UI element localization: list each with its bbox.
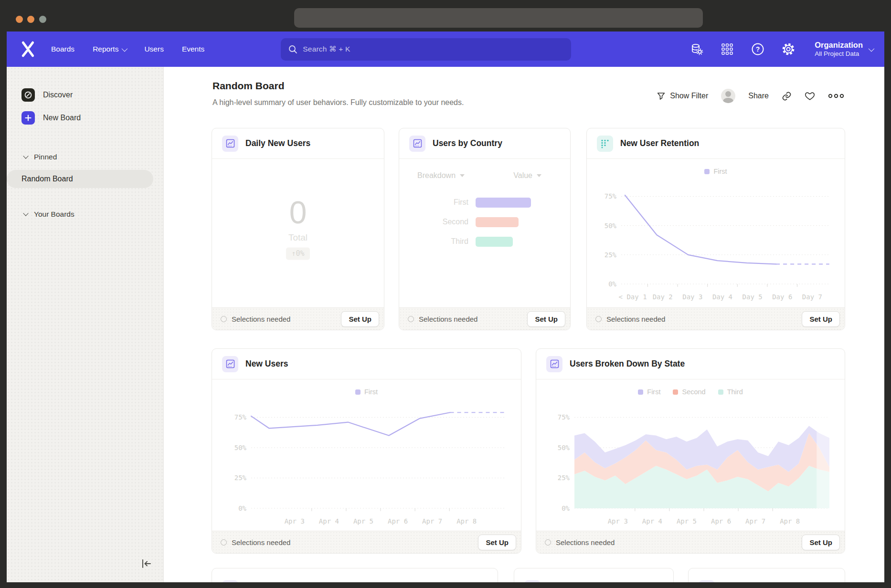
apps-grid-icon[interactable] <box>720 42 734 56</box>
legend-item[interactable]: First <box>355 388 378 396</box>
svg-text:Apr 6: Apr 6 <box>711 517 731 525</box>
mixpanel-logo-icon[interactable] <box>21 41 35 57</box>
avatar[interactable] <box>721 89 735 103</box>
svg-text:Apr 8: Apr 8 <box>456 517 477 525</box>
search-input[interactable]: Search ⌘ + K <box>281 38 571 61</box>
top-nav: Boards Reports Users Events Search ⌘ + K <box>7 32 884 67</box>
nav-right-cluster: ? Organization All Project Data <box>689 40 873 58</box>
breakdown-dropdown[interactable]: Breakdown <box>417 171 465 180</box>
svg-text:Apr 5: Apr 5 <box>677 517 697 525</box>
set-up-button[interactable]: Set Up <box>802 311 840 327</box>
status-ring-icon <box>595 316 602 322</box>
nav-item-label: Reports <box>93 45 118 53</box>
traffic-light-close[interactable] <box>16 16 23 23</box>
card-title: Users by Country <box>433 138 502 148</box>
bar-row: First <box>399 197 570 208</box>
browser-titlebar <box>0 0 891 32</box>
favorite-button[interactable] <box>805 91 815 101</box>
sidebar-section-your-boards[interactable]: Your Boards <box>24 208 163 220</box>
show-filter-button[interactable]: Show Filter <box>657 92 708 101</box>
card-daily-new-users: Daily New Users 0 Total ↑0% Selections n… <box>212 128 384 330</box>
legend-item[interactable]: First <box>704 168 727 175</box>
status-ring-icon <box>221 316 227 322</box>
sidebar-item-discover[interactable]: Discover <box>21 87 163 103</box>
svg-text:?: ? <box>756 45 760 53</box>
svg-text:75%: 75% <box>558 413 570 421</box>
help-icon[interactable]: ? <box>751 42 765 56</box>
legend-item[interactable]: First <box>638 388 660 396</box>
org-project: All Project Data <box>815 50 863 58</box>
sidebar-item-label: Random Board <box>21 175 73 183</box>
svg-text:0%: 0% <box>238 504 246 512</box>
retention-line-chart: 75%50%25%0%< Day 1Day 2Day 3Day 4Day 5Da… <box>594 180 836 303</box>
set-up-button[interactable]: Set Up <box>478 535 516 550</box>
svg-text:Day 7: Day 7 <box>802 293 822 301</box>
bar-label: First <box>399 198 476 207</box>
window-frame <box>0 0 7 588</box>
nav-item-label: Users <box>144 45 163 53</box>
svg-text:Day 5: Day 5 <box>742 293 763 301</box>
sidebar-item-random-board[interactable]: Random Board <box>7 170 153 188</box>
set-up-button[interactable]: Set Up <box>341 311 379 327</box>
sidebar-item-label: Discover <box>43 91 73 99</box>
chevron-down-icon <box>23 210 28 216</box>
show-filter-label: Show Filter <box>670 92 708 100</box>
svg-text:50%: 50% <box>234 444 247 452</box>
share-button[interactable]: Share <box>748 92 769 100</box>
sidebar-item-new-board[interactable]: New Board <box>21 110 163 126</box>
status-text: Selections needed <box>221 538 290 546</box>
card-body: First 75%50%25%0%Apr 3Apr 4Apr 5Apr 6Apr… <box>212 379 521 531</box>
nav-menu: Boards Reports Users Events <box>51 45 204 53</box>
svg-text:Apr 3: Apr 3 <box>285 517 305 525</box>
sidebar-section-pinned[interactable]: Pinned <box>24 151 163 163</box>
bar-label: Second <box>399 218 476 226</box>
nav-item-events[interactable]: Events <box>182 45 204 53</box>
nav-item-boards[interactable]: Boards <box>51 45 74 53</box>
nav-item-label: Events <box>182 45 204 53</box>
svg-text:Day 4: Day 4 <box>712 293 732 301</box>
card-active-users: Active Users <box>688 568 845 582</box>
traffic-light-minimize[interactable] <box>27 16 34 23</box>
org-switcher[interactable]: Organization All Project Data <box>815 40 873 58</box>
plus-icon <box>21 111 35 125</box>
line-chart-icon <box>222 356 238 372</box>
legend-item[interactable]: Second <box>673 388 705 396</box>
more-options-button[interactable] <box>828 93 844 99</box>
card-stacked-line-graph: Stacked Line Graph <box>212 568 498 582</box>
card-new-user-retention: New User Retention First 75%50%25%0%< Da… <box>586 128 845 330</box>
card-body: FirstSecondThird 75%50%25%0%Apr 3Apr 4Ap… <box>536 379 845 531</box>
search-icon <box>288 45 297 54</box>
settings-gear-icon[interactable] <box>781 42 796 56</box>
card-title: Users Broken Down By State <box>570 359 685 369</box>
copy-link-button[interactable] <box>782 91 792 101</box>
card-title: New Users <box>245 359 288 369</box>
sidebar-collapse-button[interactable] <box>138 556 155 571</box>
status-text: Selections needed <box>408 315 477 323</box>
svg-text:Apr 4: Apr 4 <box>319 517 339 525</box>
nav-item-users[interactable]: Users <box>144 45 163 53</box>
set-up-button[interactable]: Set Up <box>802 535 840 550</box>
svg-text:Apr 5: Apr 5 <box>353 517 373 525</box>
legend-item[interactable]: Third <box>718 388 743 396</box>
value-dropdown[interactable]: Value <box>513 171 541 180</box>
svg-text:Apr 8: Apr 8 <box>780 517 800 525</box>
status-text: Selections needed <box>221 315 290 323</box>
svg-text:Day 2: Day 2 <box>653 293 673 301</box>
card-insights-report: Insights Report <box>514 568 674 582</box>
card-users-by-state: Users Broken Down By State FirstSecondTh… <box>536 348 845 554</box>
nav-item-reports[interactable]: Reports <box>93 45 126 53</box>
chevron-down-icon <box>23 153 28 158</box>
svg-text:Apr 7: Apr 7 <box>422 517 442 525</box>
browser-url-bar[interactable] <box>294 8 703 28</box>
bar-second <box>476 217 519 227</box>
data-management-icon[interactable] <box>689 42 704 56</box>
retention-grid-icon <box>597 136 613 152</box>
traffic-light-zoom[interactable] <box>39 16 46 23</box>
chart-legend: First <box>212 388 521 396</box>
window-frame <box>0 582 891 588</box>
svg-text:Day 6: Day 6 <box>772 293 792 301</box>
svg-text:25%: 25% <box>234 474 247 482</box>
svg-text:25%: 25% <box>605 251 617 259</box>
set-up-button[interactable]: Set Up <box>527 311 565 327</box>
status-text: Selections needed <box>595 315 665 323</box>
